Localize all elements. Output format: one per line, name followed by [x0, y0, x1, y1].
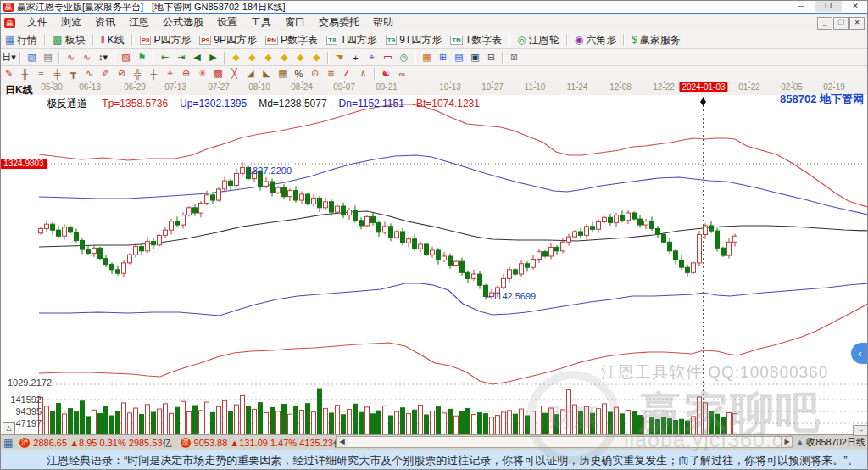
time-rule-tool-icon[interactable]: ┳ — [65, 67, 81, 81]
winner-service-button[interactable]: $赢家服务 — [627, 32, 685, 48]
menu-item-工具[interactable]: 工具 — [244, 16, 278, 28]
cross-line-tool-icon[interactable]: ┼ — [146, 67, 162, 81]
hand-tool-icon[interactable]: ☚ — [331, 51, 348, 64]
measure-tool-icon[interactable]: ⌖ — [364, 51, 380, 64]
diamond-nav-6-icon[interactable]: ◆ — [309, 51, 325, 64]
calendar-icon[interactable]: ▦ — [419, 51, 435, 64]
indicator-value-0: Tp=1358.5736 — [102, 98, 168, 109]
p-square-button[interactable]: P8P四方形 — [136, 32, 196, 48]
pane-scroll-right-button[interactable]: → — [853, 425, 868, 436]
fib-tool-icon[interactable]: ⊼ — [355, 67, 371, 81]
candle-style-icon[interactable]: ▧ — [24, 51, 40, 64]
kline-button[interactable]: ‖K线 — [97, 32, 129, 48]
trend-line-icon[interactable]: ∿ — [63, 51, 79, 64]
corner2-tool-icon[interactable]: ◣ — [259, 67, 275, 81]
wave-tool-icon[interactable]: ∿ — [81, 67, 97, 81]
diamond-nav-3-icon[interactable]: ◆ — [260, 51, 276, 64]
ruler-tool-icon[interactable]: ╪ — [49, 67, 65, 81]
mdi-close-button[interactable]: ✕ — [849, 17, 865, 30]
gann-circle-tool-icon[interactable]: ⊕ — [178, 67, 194, 81]
menu-item-交易委托[interactable]: 交易委托 — [312, 16, 366, 28]
menu-item-江恩[interactable]: 江恩 — [122, 16, 156, 28]
sectors-button[interactable]: ▩板块 — [48, 32, 89, 48]
infinity-tool-icon[interactable]: ∞ — [394, 67, 410, 81]
scale-dropdown[interactable]: ↕▾ — [95, 51, 111, 64]
diamond-nav-2-icon[interactable]: ◆ — [244, 51, 260, 64]
crosshair-tool-icon[interactable]: + — [348, 51, 364, 64]
scrollbar-thumb[interactable] — [348, 437, 782, 447]
minimize-button[interactable]: ─ — [787, 1, 815, 12]
mdi-minimize-button[interactable]: _ — [817, 17, 832, 30]
notebook-icon[interactable]: ▤ — [451, 51, 467, 64]
spiral-tool-icon[interactable]: ◎ — [396, 51, 412, 64]
print-icon[interactable]: ⊟ — [483, 51, 499, 64]
chart-area[interactable]: 财赢 江恩工具软件 QQ:100800360 赢家聊吧 liaoba.yjcf3… — [1, 95, 868, 434]
angle-tool-icon[interactable]: ∠ — [339, 67, 355, 81]
p9-square-button[interactable]: P99P四方形 — [195, 32, 260, 48]
table-tool-icon[interactable]: ▦ — [275, 67, 291, 81]
mdi-restore-button[interactable]: ❐ — [833, 17, 849, 30]
x-cross-tool-icon[interactable]: ╳ — [226, 67, 242, 81]
calculator-icon[interactable]: ⊞ — [435, 51, 451, 64]
corner-tool-icon[interactable]: ◢ — [242, 67, 259, 81]
toolbar-separator — [224, 52, 225, 64]
target-tool-icon[interactable]: ⌖ — [162, 67, 178, 81]
menu-item-浏览[interactable]: 浏览 — [54, 16, 88, 28]
star-tool-icon[interactable]: ✳ — [194, 67, 210, 81]
collect-kline-icon: ▲ — [796, 438, 804, 446]
marker-pen-tool-icon[interactable]: ✐ — [97, 67, 114, 81]
menu-item-窗口[interactable]: 窗口 — [278, 16, 312, 28]
erase-tool-icon[interactable]: ⊘ — [114, 67, 130, 81]
t9-square-button-glyph: T9 — [386, 36, 397, 45]
gann-box-tool-icon[interactable]: ╬ — [130, 67, 146, 81]
horizontal-scrollbar[interactable]: ◀ ▶ — [336, 436, 793, 448]
kline-chart-canvas[interactable] — [1, 95, 868, 434]
menu-item-设置[interactable]: 设置 — [210, 16, 244, 28]
kline-status-panel[interactable]: ▲ 收858702日线 — [792, 436, 865, 448]
circle-dot-tool-icon[interactable]: ⊙ — [307, 67, 323, 81]
market-quotes-button[interactable]: ▦行情 — [1, 32, 42, 48]
waves-tool-icon[interactable]: ≋ — [323, 67, 339, 81]
p-number-table-button[interactable]: PNP数字表 — [261, 32, 322, 48]
first-page-icon[interactable]: ⇤ — [157, 51, 173, 64]
hlines-tool-icon[interactable]: ≡ — [33, 67, 49, 81]
gann-wheel-button[interactable]: ◎江恩轮 — [513, 32, 563, 48]
menu-item-帮助[interactable]: 帮助 — [366, 16, 400, 28]
label-tool-icon[interactable]: ▭ — [380, 51, 396, 64]
indicator-flag-icon[interactable]: ⚑ — [134, 51, 150, 64]
hexagon-button[interactable]: ◉六角形 — [570, 32, 620, 48]
t9-square-button[interactable]: T99T四方形 — [381, 32, 446, 48]
next-bar-icon[interactable]: ▶ — [205, 51, 221, 64]
t-number-table-button[interactable]: TNT数字表 — [446, 32, 506, 48]
last-page-icon[interactable]: ⇥ — [173, 51, 189, 64]
overlay-chart-icon[interactable]: ▨ — [118, 51, 134, 64]
percent-tool-icon[interactable]: % — [291, 67, 307, 81]
star-tool-icon-glyph: ✳ — [198, 68, 206, 79]
diamond-nav-1-icon[interactable]: ◆ — [228, 51, 244, 64]
panel-layout-icon[interactable]: ▤ — [40, 51, 56, 64]
pencil-tool-icon[interactable]: ✎ — [1, 67, 17, 81]
close-button[interactable]: ✕ — [842, 1, 868, 12]
prev-bar-icon[interactable]: ◀ — [189, 51, 205, 64]
gann-grid-tool-icon[interactable]: ╫ — [17, 67, 33, 81]
diamond-nav-4-icon[interactable]: ◆ — [276, 51, 292, 64]
t-square-button[interactable]: T8T四方形 — [322, 32, 381, 48]
indicator-value-4: Bt=1074.1231 — [416, 98, 480, 109]
period-day-dropdown[interactable]: 日▾ — [1, 51, 17, 64]
shade-tool-icon[interactable]: ▩ — [210, 67, 226, 81]
yinyang-tool-icon[interactable]: ☯ — [378, 67, 394, 81]
save-icon[interactable]: ▣ — [467, 51, 483, 64]
menu-item-公式选股[interactable]: 公式选股 — [156, 16, 210, 28]
diamond-nav-5-icon[interactable]: ◆ — [292, 51, 309, 64]
collapse-panel-button[interactable]: ‹ — [851, 343, 868, 364]
menu-item-文件[interactable]: 文件 — [20, 16, 54, 28]
trend-line2-icon[interactable]: ∿ — [79, 51, 95, 64]
send-order-icon[interactable]: ⊠ — [506, 51, 522, 64]
scroll-left-icon[interactable]: ◀ — [337, 437, 348, 447]
maximize-button[interactable]: ❐ — [815, 1, 842, 12]
pane-expand-button[interactable]: △ — [3, 422, 15, 434]
menu-item-资讯[interactable]: 资讯 — [88, 16, 122, 28]
overlay-chart-icon-glyph: ▨ — [121, 52, 130, 63]
scroll-right-icon[interactable]: ▶ — [782, 437, 793, 447]
quotes-grid-icon[interactable]: ▦ — [3, 437, 13, 449]
